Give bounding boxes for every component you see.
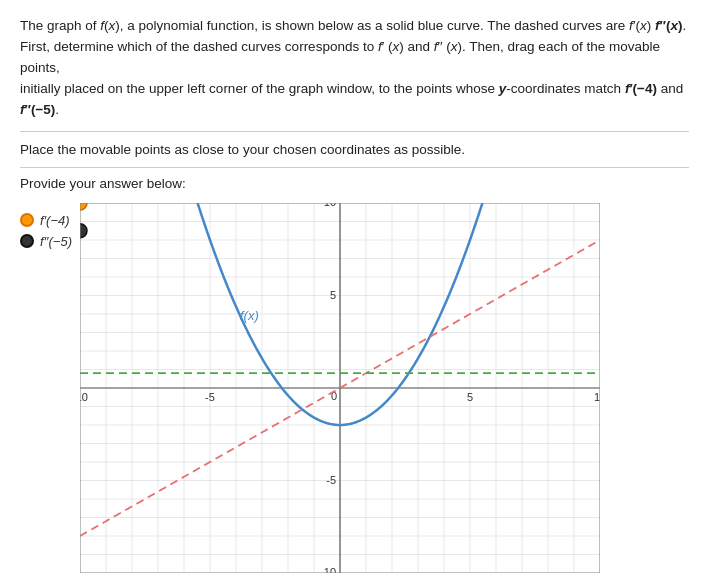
answer-label: Provide your answer below: — [20, 176, 689, 191]
graph-canvas[interactable] — [80, 203, 600, 573]
legend-dot-fp[interactable] — [20, 213, 34, 227]
legend-label-fp: f′(−4) — [40, 213, 70, 228]
divider-1 — [20, 131, 689, 132]
divider-2 — [20, 167, 689, 168]
place-note: Place the movable points as close to you… — [20, 142, 689, 157]
problem-description: The graph of f(x), a polynomial function… — [20, 16, 689, 121]
legend-label-fpp: f′′(−5) — [40, 234, 72, 249]
legend-item-fpp: f′′(−5) — [20, 234, 72, 249]
legend: f′(−4) f′′(−5) — [20, 203, 72, 249]
graph-container — [80, 203, 600, 573]
graph-area: f′(−4) f′′(−5) — [20, 203, 689, 573]
legend-dot-fpp[interactable] — [20, 234, 34, 248]
legend-item-fp: f′(−4) — [20, 213, 72, 228]
